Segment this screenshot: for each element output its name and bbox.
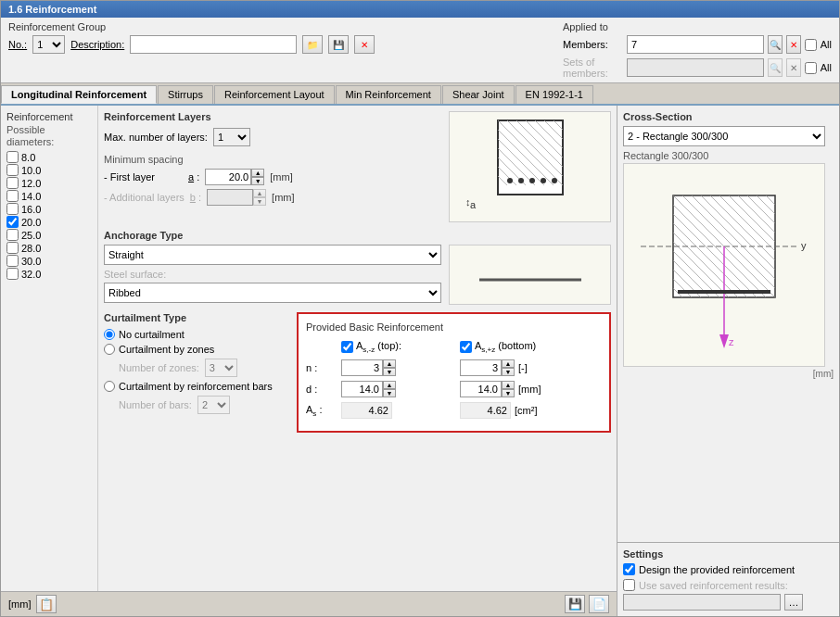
save-bottom-btn[interactable]: 💾 bbox=[565, 595, 585, 613]
n-label: n : bbox=[306, 362, 334, 373]
diameter-28: 28.0 bbox=[6, 242, 92, 254]
bars-count-row: Number of bars: 2 bbox=[104, 396, 289, 414]
save-btn[interactable]: 💾 bbox=[328, 35, 349, 54]
design-label: Design the provided reinforcement bbox=[639, 564, 795, 575]
n-top-btns: ▲ ▼ bbox=[383, 359, 396, 376]
unit-btn[interactable]: 📋 bbox=[36, 595, 57, 613]
n-top-cell: ▲ ▼ bbox=[341, 359, 452, 376]
tab-min-reinforcement[interactable]: Min Reinforcement bbox=[336, 85, 441, 104]
max-layers-select[interactable]: 1 bbox=[213, 128, 250, 146]
d-bottom-input[interactable] bbox=[460, 381, 502, 397]
zones-count-row: Number of zones: 3 bbox=[104, 359, 289, 377]
bottom-checkbox[interactable] bbox=[460, 341, 472, 353]
cb-14[interactable] bbox=[6, 190, 19, 202]
open-folder-btn[interactable]: 📁 bbox=[302, 35, 323, 54]
d-bottom-up[interactable]: ▲ bbox=[502, 381, 515, 389]
a-spinner: ▲ ▼ bbox=[205, 169, 264, 185]
saved-browse-btn[interactable]: … bbox=[784, 594, 803, 611]
a-down-btn[interactable]: ▼ bbox=[251, 177, 264, 185]
main-window: 1.6 Reinforcement Reinforcement Group No… bbox=[0, 0, 840, 617]
settings-title: Settings bbox=[623, 548, 834, 560]
steel-surface-select[interactable]: Ribbed bbox=[104, 283, 441, 303]
export-btn[interactable]: 📄 bbox=[589, 595, 609, 613]
cb-12[interactable] bbox=[6, 177, 19, 189]
as-label: As : bbox=[306, 404, 334, 418]
bottom-left: [mm] 📋 bbox=[8, 595, 57, 613]
tab-stirrups[interactable]: Stirrups bbox=[158, 85, 213, 104]
layers-section: Reinforcement Layers Max. number of laye… bbox=[104, 111, 611, 222]
members-all-checkbox[interactable] bbox=[805, 39, 817, 51]
sets-select-btn[interactable]: 🔍 bbox=[768, 58, 783, 77]
d-bottom-down[interactable]: ▼ bbox=[502, 389, 515, 397]
tab-layout[interactable]: Reinforcement Layout bbox=[214, 85, 335, 104]
delete-btn[interactable]: ✕ bbox=[354, 35, 375, 54]
d-unit: [mm] bbox=[518, 384, 541, 395]
cb-32[interactable] bbox=[6, 268, 19, 280]
tab-en[interactable]: EN 1992-1-1 bbox=[515, 85, 593, 104]
steel-surface-row: Steel surface: bbox=[104, 269, 441, 280]
top-checkbox[interactable] bbox=[341, 341, 353, 353]
first-layer-row: - First layer a : ▲ ▼ [mm] bbox=[104, 169, 441, 185]
cb-8[interactable] bbox=[6, 151, 19, 163]
a-input[interactable] bbox=[205, 169, 251, 185]
min-spacing-label: Minimum spacing bbox=[104, 154, 441, 165]
bottom-right: 💾 📄 bbox=[565, 595, 609, 613]
cs-select[interactable]: 2 - Rectangle 300/300 bbox=[623, 126, 825, 146]
section-svg: ↕ a bbox=[456, 116, 605, 218]
anchorage-section: Anchorage Type Straight Steel surface: bbox=[104, 230, 611, 305]
cb-28[interactable] bbox=[6, 242, 19, 254]
n-bottom-input[interactable] bbox=[460, 359, 502, 376]
center-panel: Reinforcement Layers Max. number of laye… bbox=[98, 106, 617, 591]
n-bottom-down[interactable]: ▼ bbox=[502, 368, 515, 376]
description-input[interactable] bbox=[130, 35, 297, 54]
diameter-10: 10.0 bbox=[6, 164, 92, 176]
zones-select[interactable]: 3 bbox=[205, 359, 237, 377]
sets-delete-btn[interactable]: ✕ bbox=[786, 58, 801, 77]
cb-30[interactable] bbox=[6, 255, 19, 267]
layers-left: Reinforcement Layers Max. number of laye… bbox=[104, 111, 441, 222]
d-top-input[interactable] bbox=[341, 381, 383, 397]
members-delete-btn[interactable]: ✕ bbox=[786, 35, 801, 54]
cb-16[interactable] bbox=[6, 203, 19, 215]
diameter-14: 14.0 bbox=[6, 190, 92, 202]
as-unit: [cm²] bbox=[515, 405, 537, 416]
saved-checkbox[interactable] bbox=[623, 579, 635, 591]
d-top-down[interactable]: ▼ bbox=[383, 389, 396, 397]
applied-to-section: Applied to Members: 🔍 ✕ All Sets of memb… bbox=[563, 21, 832, 79]
right-panel: Cross-Section 2 - Rectangle 300/300 Rect… bbox=[617, 106, 839, 616]
design-checkbox[interactable] bbox=[623, 563, 635, 575]
n-top-down[interactable]: ▼ bbox=[383, 368, 396, 376]
d-top-cell: ▲ ▼ bbox=[341, 381, 452, 397]
d-top-up[interactable]: ▲ bbox=[383, 381, 396, 389]
curtailment-bars-label: Curtailment by reinforcement bars bbox=[119, 381, 273, 392]
additional-label: - Additional layers bbox=[104, 192, 185, 203]
no-select[interactable]: 1 bbox=[32, 35, 65, 54]
no-curtailment-radio[interactable] bbox=[104, 329, 115, 340]
n-top-input[interactable] bbox=[341, 359, 383, 376]
tab-shear-joint[interactable]: Shear Joint bbox=[442, 85, 515, 104]
bars-label: Number of bars: bbox=[119, 399, 192, 410]
as-top-input bbox=[341, 402, 392, 419]
members-label: Members: bbox=[563, 39, 623, 50]
additional-layer-row: - Additional layers b : ▲ ▼ [mm] bbox=[104, 189, 441, 206]
n-bottom-cell: ▲ ▼ [-] bbox=[460, 359, 528, 376]
anchorage-type-select[interactable]: Straight bbox=[104, 245, 441, 265]
members-select-btn[interactable]: 🔍 bbox=[768, 35, 783, 54]
a-up-btn[interactable]: ▲ bbox=[251, 169, 264, 177]
pbr-section: Provided Basic Reinforcement As,-z (top)… bbox=[297, 312, 611, 433]
sets-check-btn[interactable] bbox=[805, 62, 817, 74]
curtailment-zones-radio[interactable] bbox=[104, 344, 115, 355]
tab-longitudinal[interactable]: Longitudinal Reinforcement bbox=[1, 85, 157, 104]
curtailment-bars-radio[interactable] bbox=[104, 381, 115, 392]
n-bottom-up[interactable]: ▲ bbox=[502, 359, 515, 368]
svg-point-17 bbox=[541, 178, 546, 183]
members-input[interactable] bbox=[627, 35, 764, 54]
svg-marker-47 bbox=[719, 334, 729, 348]
zones-label: Number of zones: bbox=[119, 362, 199, 373]
cb-25[interactable] bbox=[6, 229, 19, 241]
anchorage-left: Straight Steel surface: Ribbed bbox=[104, 245, 441, 303]
cb-20[interactable] bbox=[6, 216, 19, 228]
n-top-up[interactable]: ▲ bbox=[383, 359, 396, 368]
bars-select[interactable]: 2 bbox=[197, 396, 230, 414]
cb-10[interactable] bbox=[6, 164, 19, 176]
